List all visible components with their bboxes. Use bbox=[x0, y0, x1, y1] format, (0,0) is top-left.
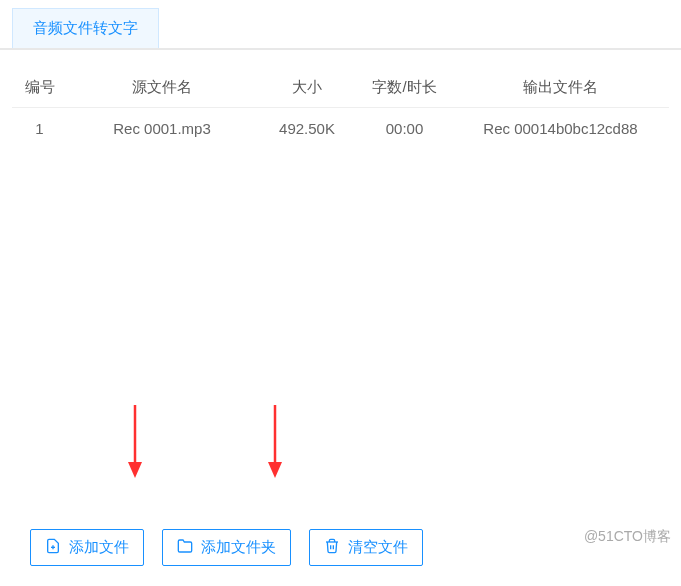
watermark-text: @51CTO博客 bbox=[584, 528, 671, 546]
add-file-button[interactable]: 添加文件 bbox=[30, 529, 144, 566]
cell-words: 00:00 bbox=[357, 120, 452, 137]
clear-files-button[interactable]: 清空文件 bbox=[309, 529, 423, 566]
tab-bar: 音频文件转文字 bbox=[0, 0, 681, 50]
header-size: 大小 bbox=[257, 78, 357, 97]
cell-num: 1 bbox=[12, 120, 67, 137]
annotation-arrows bbox=[0, 400, 681, 500]
tab-label: 音频文件转文字 bbox=[33, 19, 138, 36]
button-label: 添加文件 bbox=[69, 538, 129, 557]
cell-size: 492.50K bbox=[257, 120, 357, 137]
header-out: 输出文件名 bbox=[452, 78, 669, 97]
header-src: 源文件名 bbox=[67, 78, 257, 97]
add-folder-button[interactable]: 添加文件夹 bbox=[162, 529, 291, 566]
button-bar: 添加文件 添加文件夹 清空文件 bbox=[30, 529, 423, 566]
folder-icon bbox=[177, 538, 193, 557]
table-header: 编号 源文件名 大小 字数/时长 输出文件名 bbox=[12, 68, 669, 108]
header-words: 字数/时长 bbox=[357, 78, 452, 97]
table-row[interactable]: 1 Rec 0001.mp3 492.50K 00:00 Rec 00014b0… bbox=[12, 108, 669, 149]
file-add-icon bbox=[45, 538, 61, 557]
button-label: 清空文件 bbox=[348, 538, 408, 557]
trash-icon bbox=[324, 538, 340, 557]
tab-audio-to-text[interactable]: 音频文件转文字 bbox=[12, 8, 159, 48]
cell-src: Rec 0001.mp3 bbox=[67, 120, 257, 137]
cell-out: Rec 00014b0bc12cd88 bbox=[452, 120, 669, 137]
arrow-icon bbox=[125, 400, 145, 480]
arrow-icon bbox=[265, 400, 285, 480]
button-label: 添加文件夹 bbox=[201, 538, 276, 557]
header-num: 编号 bbox=[12, 78, 67, 97]
file-table: 编号 源文件名 大小 字数/时长 输出文件名 1 Rec 0001.mp3 49… bbox=[12, 68, 669, 149]
svg-marker-1 bbox=[128, 462, 142, 478]
svg-marker-3 bbox=[268, 462, 282, 478]
